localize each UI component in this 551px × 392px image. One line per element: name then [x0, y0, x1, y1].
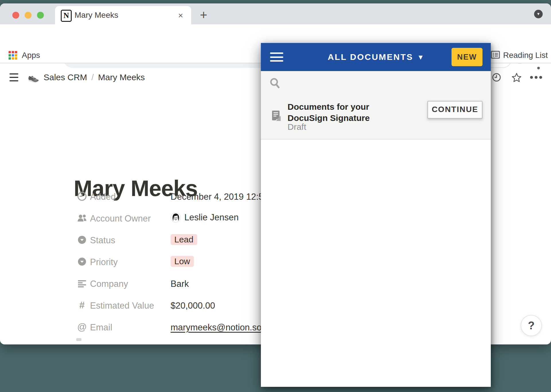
browser-tab[interactable]: N Mary Meeks ×: [55, 6, 191, 24]
select-icon: [77, 235, 87, 245]
zoom-window-button[interactable]: [37, 12, 44, 19]
property-row-account-owner[interactable]: Account Owner Leslie Jensen: [0, 212, 261, 225]
email-at-icon: @: [77, 321, 87, 333]
breadcrumb-page[interactable]: Mary Meeks: [98, 72, 145, 82]
document-title[interactable]: Documents for your DocuSign Signature: [288, 101, 411, 124]
apps-grid-icon[interactable]: [9, 51, 18, 60]
breadcrumb-separator: /: [91, 72, 94, 82]
property-row-estimated-value[interactable]: # Estimated Value $20,000.00: [0, 299, 261, 312]
breadcrumb: 👟 Sales CRM / Mary Meeks: [9, 72, 145, 83]
property-row-company[interactable]: Company Bark: [0, 278, 261, 290]
property-value[interactable]: Leslie Jensen: [171, 212, 239, 223]
status-badge: Lead: [171, 234, 197, 245]
property-row-status[interactable]: Status Lead: [0, 234, 261, 247]
property-row-email[interactable]: @ Email marymeeks@notion.so: [0, 321, 261, 334]
property-value[interactable]: December 4, 2019 12:52: [171, 192, 268, 202]
reading-list-bookmark[interactable]: Reading List: [503, 50, 548, 60]
new-tab-button[interactable]: +: [197, 9, 210, 22]
notion-favicon-icon: N: [61, 10, 72, 22]
property-value[interactable]: Bark: [171, 279, 189, 289]
next-property-partial: [76, 338, 81, 341]
tab-strip: N Mary Meeks × + ▼: [0, 3, 551, 24]
page-favorite-star-icon[interactable]: [511, 72, 522, 83]
select-icon: [77, 256, 87, 267]
tab-close-icon[interactable]: ×: [175, 10, 186, 21]
property-row-priority[interactable]: Priority Low: [0, 256, 261, 268]
clock-icon: [77, 191, 87, 201]
breadcrumb-workspace[interactable]: Sales CRM: [44, 72, 87, 82]
minimize-window-button[interactable]: [25, 12, 32, 19]
close-window-button[interactable]: [12, 12, 19, 19]
apps-bookmark[interactable]: Apps: [22, 50, 40, 60]
docusign-extension-popup: ALL DOCUMENTS▼ NEW Documents for your Do…: [261, 43, 491, 387]
help-button[interactable]: ?: [521, 315, 542, 336]
tab-search-chevron-icon[interactable]: ▼: [534, 10, 543, 18]
property-row-added[interactable]: Added December 4, 2019 12:52: [0, 191, 261, 203]
popup-header: ALL DOCUMENTS▼ NEW: [261, 43, 491, 71]
page-history-clock-icon[interactable]: [492, 73, 501, 82]
chevron-down-icon: ▼: [417, 43, 424, 71]
notion-sidebar-menu-icon[interactable]: [9, 73, 18, 81]
property-value[interactable]: Low: [171, 256, 194, 267]
reading-list-icon[interactable]: [491, 50, 500, 60]
continue-button[interactable]: CONTINUE: [427, 101, 482, 119]
document-status: Draft: [288, 122, 306, 132]
property-value[interactable]: Lead: [171, 234, 197, 245]
draft-document-icon: [271, 110, 281, 121]
search-icon[interactable]: [269, 77, 281, 89]
email-link[interactable]: marymeeks@notion.so: [171, 322, 261, 333]
property-value[interactable]: $20,000.00: [171, 301, 215, 311]
text-lines-icon: [77, 278, 87, 289]
tab-title: Mary Meeks: [75, 6, 118, 24]
people-icon: [77, 213, 87, 223]
new-document-button[interactable]: NEW: [452, 48, 482, 66]
number-icon: #: [77, 299, 87, 311]
page-more-icon[interactable]: [529, 75, 543, 80]
priority-badge: Low: [171, 256, 194, 267]
leslie-avatar: [171, 212, 181, 223]
page-shoe-icon: 👟: [28, 72, 39, 83]
